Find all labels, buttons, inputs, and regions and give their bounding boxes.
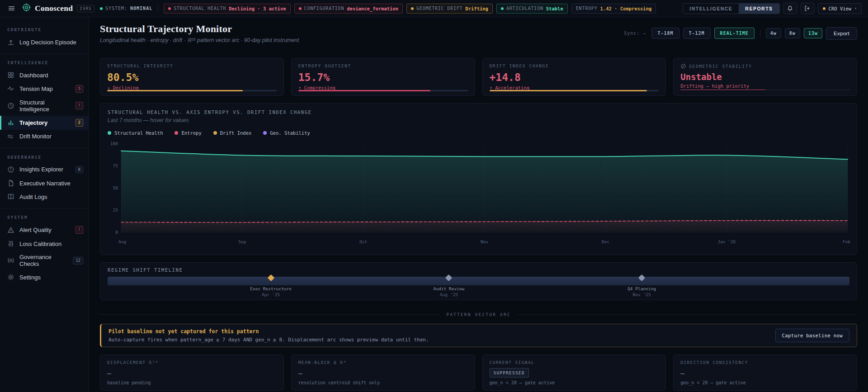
brand[interactable]: Conoscend ISRS	[22, 3, 94, 14]
timeline-title: REGIME SHIFT TIMELINE	[108, 267, 849, 273]
kpi-value: 80.5%	[107, 71, 277, 83]
window-buttons: 4w8w13w	[766, 28, 822, 38]
sidebar-item-audit-logs[interactable]: Audit Logs	[0, 190, 89, 203]
pill-label: CONFIGURATION	[304, 6, 344, 11]
timeline-event-date: Aug '25	[415, 292, 483, 297]
tab-reports[interactable]: REPORTS	[739, 4, 779, 14]
legend-item-geo-stability[interactable]: Geo. Stability	[263, 130, 310, 136]
sidebar-section-system: SYSTEMAlert Quality!Loss CalibrationGove…	[0, 208, 89, 289]
timeline-track[interactable]: Exec RestructureApr '25Audit ReviewAug '…	[108, 275, 849, 296]
sidebar-item-log-decision-episode[interactable]: Log Decision Episode	[0, 35, 89, 49]
pattern-card-label: DIRECTION CONSISTENCY	[680, 360, 850, 365]
tab-intelligence[interactable]: INTELLIGENCE	[683, 4, 739, 14]
kpi-label: DRIFT INDEX CHANGE	[490, 63, 549, 68]
banner-title: Pilot baseline not yet captured for this…	[108, 328, 429, 335]
status-pill-structural-health: STRUCTURAL HEALTHDeclining · 3 active	[164, 4, 290, 14]
sidebar-item-settings[interactable]: Settings	[0, 270, 89, 284]
sidebar-item-dashboard[interactable]: Dashboard	[0, 68, 89, 82]
sidebar-section-title: SYSTEM	[0, 211, 89, 223]
menu-icon[interactable]	[6, 3, 17, 14]
timeline-event-audit-review[interactable]: Audit ReviewAug '25	[415, 275, 483, 297]
kpi-label: GEOMETRIC STABILITY	[689, 64, 752, 69]
sidebar-item-trajectory[interactable]: Trajectory2	[0, 116, 89, 130]
stability-icon	[680, 63, 686, 69]
timeline-event-exec-restructure[interactable]: Exec RestructureApr '25	[237, 275, 305, 297]
view-dot	[823, 7, 826, 10]
13w-button[interactable]: 13w	[804, 28, 822, 38]
sidebar-item-tension-map[interactable]: Tension Map5	[0, 82, 89, 96]
kpi-value: Unstable	[680, 72, 850, 82]
logout-icon	[804, 5, 811, 12]
legend-item-structural-health[interactable]: Structural Health	[108, 130, 163, 136]
timeline-event-q4-planning[interactable]: Q4 PlanningNov '25	[608, 275, 676, 297]
pill-label: ARTICULATION	[506, 6, 543, 11]
pattern-cards-row: DISPLACEMENT ℝ¹⁸—baseline pendingMEAN-BL…	[100, 354, 857, 391]
logout-button[interactable]	[801, 3, 814, 14]
export-button[interactable]: Export	[826, 27, 857, 40]
sidebar-section-contribute: CONTRIBUTELog Decision Episode	[0, 21, 89, 54]
system-status: SYSTEM: NOMINAL	[100, 6, 152, 11]
sidebar-item-drift-monitor[interactable]: Drift Monitor	[0, 130, 89, 143]
real-time-button[interactable]: REAL-TIME	[714, 28, 755, 39]
suppressed-badge: SUPPRESSED	[490, 368, 529, 378]
status-pill-geometric-drift: GEOMETRIC DRIFTDrifting	[406, 4, 493, 14]
status-pills: STRUCTURAL HEALTHDeclining · 3 activeCON…	[164, 4, 656, 14]
legend-label: Geo. Stability	[270, 130, 310, 136]
legend-item-drift-index[interactable]: Drift Index	[213, 130, 252, 136]
sidebar-item-structural-intelligence[interactable]: Structural Intelligence!	[0, 96, 89, 116]
kpi-value: 15.7%	[298, 71, 468, 83]
capture-baseline-button[interactable]: Capture baseline now	[775, 329, 849, 342]
sidebar-item-badge: !	[75, 102, 83, 109]
chevron-down-icon: ▾	[854, 6, 857, 10]
sidebar-item-loss-calibration[interactable]: Loss Calibration	[0, 237, 89, 250]
kpi-value: +14.8	[490, 71, 659, 83]
svg-text:Jan '26: Jan '26	[717, 239, 736, 244]
sidebar-item-executive-narrative[interactable]: Executive Narrative	[0, 176, 89, 190]
sidebar-item-label: Log Decision Episode	[19, 39, 76, 46]
sidebar-section-title: GOVERNANCE	[0, 151, 89, 163]
clock-icon	[7, 102, 14, 109]
svg-text:Dec: Dec	[602, 239, 609, 244]
kpi-progress-bar	[490, 90, 659, 91]
sidebar-item-label: Audit Logs	[19, 194, 47, 200]
chart-subtitle: Last 7 months — hover for values	[108, 117, 849, 123]
logo-icon	[22, 3, 31, 14]
svg-text:Sep: Sep	[238, 239, 246, 244]
timeline-event-date: Nov '25	[608, 292, 676, 297]
sidebar-item-insights-explorer[interactable]: Insights Explorer8	[0, 163, 89, 177]
sidebar-item-governance-checks[interactable]: Governance Checks12	[0, 250, 89, 270]
pill-value: deviance_formation	[347, 6, 398, 11]
notifications-button[interactable]	[783, 3, 797, 14]
t-18m-button[interactable]: T-18M	[651, 28, 679, 39]
logo-icon	[22, 3, 31, 12]
range-buttons: T-18MT-12MREAL-TIME	[651, 28, 754, 39]
legend-label: Drift Index	[220, 130, 252, 136]
pattern-card-caption: baseline pending	[107, 380, 277, 385]
svg-text:Oct: Oct	[359, 239, 367, 244]
book-icon	[7, 193, 14, 200]
sidebar-item-label: Structural Intelligence	[19, 99, 71, 113]
4w-button[interactable]: 4w	[766, 28, 781, 38]
system-label: SYSTEM:	[105, 6, 127, 11]
sidebar-item-alert-quality[interactable]: Alert Quality!	[0, 223, 89, 237]
sidebar-item-label: Insights Explorer	[19, 166, 63, 173]
page-subtitle: Longitudinal health · entropy · drift · …	[100, 37, 299, 43]
legend-item-entropy[interactable]: Entropy	[175, 130, 201, 136]
svg-text:Nov: Nov	[481, 239, 488, 244]
svg-text:25: 25	[113, 208, 118, 213]
view-selector[interactable]: CRO View ▾	[818, 3, 862, 14]
status-pill-articulation: ARTICULATIONStable	[496, 4, 568, 14]
bell-icon	[787, 5, 793, 12]
pattern-card-caption: geo_n < 20 — gate active	[490, 380, 659, 385]
status-dot	[168, 7, 171, 10]
timeline-event-date: Apr '25	[237, 292, 305, 297]
8w-button[interactable]: 8w	[785, 28, 800, 38]
trajectory-chart[interactable]: AugSepOctNovDecJan '26Feb0255075100	[108, 139, 849, 249]
header-controls: Sync: — T-18MT-12MREAL-TIME 4w8w13w Expo…	[624, 27, 857, 40]
insight-icon	[7, 166, 14, 173]
sidebar-section-title: CONTRIBUTE	[0, 24, 89, 35]
brand-badge: ISRS	[77, 5, 94, 12]
pattern-card-label: MEAN-BLOCK Δ ℝ⁹	[298, 360, 468, 365]
t-12m-button[interactable]: T-12M	[683, 28, 711, 39]
pattern-card-label: DISPLACEMENT ℝ¹⁸	[107, 360, 277, 365]
